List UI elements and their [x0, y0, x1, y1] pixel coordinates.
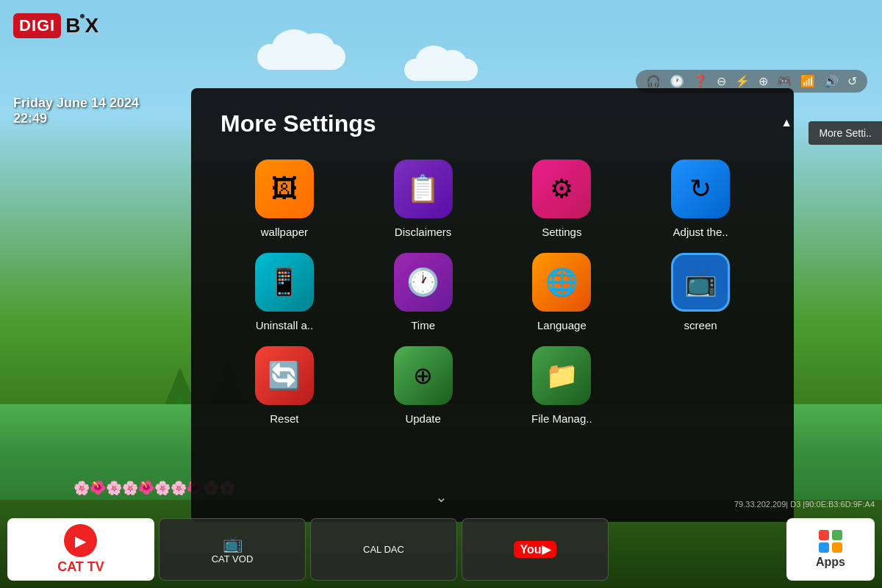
flash-icon: ⚡ [735, 74, 750, 88]
settings-item-adjust[interactable]: ↻ Adjust the.. [637, 159, 764, 238]
wallpaper-icon: 🖼 [255, 159, 314, 218]
cat-tv-logo: ▶ CAT TV [57, 524, 104, 575]
apps-dot-red [819, 530, 829, 540]
apps-icon-grid [819, 530, 842, 553]
disclaimers-label: Disclaimers [395, 226, 452, 238]
more-settings-tab[interactable]: More Setti.. [808, 121, 882, 145]
gamepad-icon: 🎮 [777, 74, 792, 88]
uninstall-icon: 📱 [255, 253, 314, 312]
settings-item-time[interactable]: 🕐 Time [359, 253, 487, 331]
cal-dac-label: CAL DAC [363, 544, 404, 555]
uninstall-label: Uninstall a.. [256, 319, 313, 331]
minus-circle-icon: ⊖ [717, 74, 726, 88]
cat-vod-label: 📺 CAT VOD [212, 534, 254, 564]
apps-dot-orange [832, 542, 842, 553]
logo-area: DIGI BX [13, 13, 98, 38]
box-label: BX [65, 14, 98, 37]
apps-label: Apps [816, 556, 845, 569]
disclaimers-icon: 📋 [394, 159, 453, 218]
screen-label: screen [684, 319, 717, 331]
clock-icon: 🕐 [670, 74, 684, 88]
settings-item-uninstall[interactable]: 📱 Uninstall a.. [220, 253, 348, 331]
datetime-display: Friday June 14 2024 22:49 [13, 96, 139, 126]
digi-label: DIGI [13, 13, 61, 38]
update-icon: ⊕ [394, 346, 453, 405]
taskbar: ▶ CAT TV 📺 CAT VOD CAL DAC You▶ Apps [0, 511, 882, 588]
wifi-icon: 📶 [800, 74, 815, 88]
cat-play-icon: ▶ [64, 524, 97, 557]
file-manager-icon: 📁 [532, 346, 591, 405]
time-label: Time [411, 319, 435, 331]
reset-label: Reset [270, 412, 298, 425]
date-display: Friday June 14 2024 [13, 96, 139, 111]
youtube-logo: You▶ [514, 542, 556, 556]
taskbar-item-apps[interactable]: Apps [786, 518, 875, 581]
settings-panel: More Settings 🖼 wallpaper 📋 Disclaimers … [191, 88, 794, 522]
settings-item-file-manager[interactable]: 📁 File Manag.. [498, 346, 626, 425]
time-display: 22:49 [13, 111, 139, 126]
update-label: Update [405, 412, 440, 425]
adjust-label: Adjust the.. [673, 226, 728, 238]
settings-item-wallpaper[interactable]: 🖼 wallpaper [220, 159, 348, 238]
reset-icon: 🔄 [255, 346, 314, 405]
apps-dot-blue [819, 542, 829, 553]
settings-item-settings[interactable]: ⚙ Settings [498, 159, 626, 238]
settings-item-update[interactable]: ⊕ Update [359, 346, 487, 425]
settings-item-language[interactable]: 🌐 Language [498, 253, 626, 331]
settings-item-screen[interactable]: 📺 screen [637, 253, 764, 331]
settings-label: Settings [542, 226, 581, 238]
taskbar-item-cat-vod[interactable]: 📺 CAT VOD [159, 518, 306, 581]
adjust-icon: ↻ [671, 159, 730, 218]
arrow-up-icon: ▲ [781, 116, 792, 129]
file-manager-label: File Manag.. [531, 412, 592, 425]
volume-icon: 🔊 [824, 74, 839, 88]
ip-info: 79.33.202.209| D3 |90:0E:B3:6D:9F:A4 [734, 500, 875, 509]
refresh-icon: ↺ [847, 74, 857, 88]
headphone-icon: 🎧 [646, 74, 661, 88]
bluetooth-icon: ⊕ [759, 74, 768, 88]
cloud-1 [257, 44, 345, 70]
taskbar-item-youtube[interactable]: You▶ [462, 518, 609, 581]
settings-icon: ⚙ [532, 159, 591, 218]
settings-grid: 🖼 wallpaper 📋 Disclaimers ⚙ Settings ↻ A… [220, 159, 764, 425]
help-icon: ❓ [693, 74, 708, 88]
taskbar-item-cat-tv[interactable]: ▶ CAT TV [7, 518, 154, 581]
settings-item-reset[interactable]: 🔄 Reset [220, 346, 348, 425]
language-label: Language [537, 319, 587, 331]
chevron-down-icon: ⌄ [435, 488, 448, 506]
time-icon: 🕐 [394, 253, 453, 312]
settings-panel-title: More Settings [220, 110, 764, 137]
cloud-2 [404, 59, 478, 81]
wallpaper-label: wallpaper [261, 226, 308, 238]
apps-dot-green [832, 530, 842, 540]
taskbar-item-cal-dac[interactable]: CAL DAC [310, 518, 457, 581]
cat-tv-label: CAT TV [57, 559, 104, 575]
language-icon: 🌐 [532, 253, 591, 312]
settings-item-disclaimers[interactable]: 📋 Disclaimers [359, 159, 487, 238]
screen-icon: 📺 [671, 253, 730, 312]
